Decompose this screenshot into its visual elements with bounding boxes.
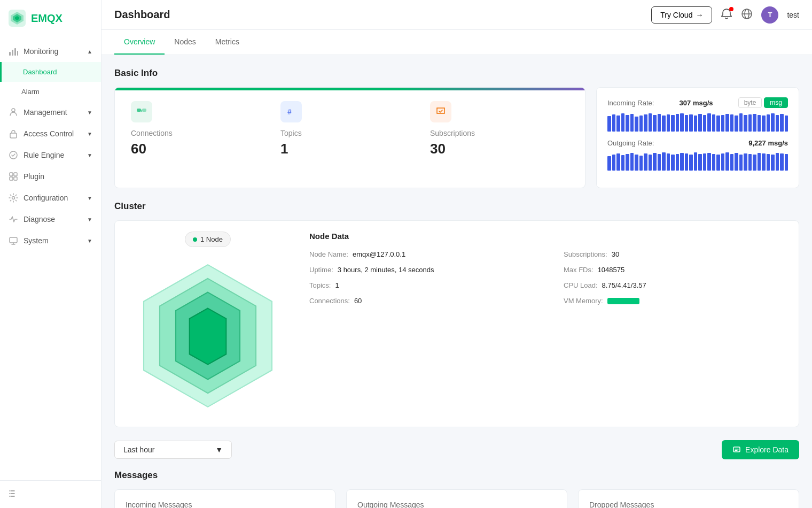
svg-rect-14 (14, 177, 17, 180)
management-chevron: ▼ (87, 110, 92, 116)
sidebar-item-diagnose[interactable]: Diagnose ▼ (0, 209, 101, 230)
svg-rect-4 (9, 52, 11, 56)
node-status-dot (193, 237, 197, 242)
bar (785, 154, 788, 171)
vm-memory-bar (607, 298, 639, 304)
sidebar-item-alarm[interactable]: Alarm (0, 82, 101, 102)
bar (680, 113, 684, 132)
bar (698, 154, 702, 171)
dropdown-arrow-icon: ▼ (215, 445, 223, 454)
bar (712, 114, 716, 132)
sidebar-item-access-control-label: Access Control (24, 129, 74, 138)
language-button[interactable] (741, 8, 753, 22)
uptime-item: Uptime: 3 hours, 2 minutes, 14 seconds (309, 266, 532, 274)
node-data-grid: Node Name: emqx@127.0.0.1 Subscriptions:… (309, 250, 786, 305)
bar (767, 154, 770, 171)
collapse-button[interactable] (0, 480, 101, 508)
bar (703, 115, 707, 132)
stats-card: Connections 60 # Topics 1 (114, 87, 585, 188)
bar (721, 153, 725, 171)
page-body: Basic Info (102, 55, 812, 508)
bar (639, 156, 643, 171)
time-filter-select[interactable]: Last hour ▼ (114, 441, 232, 459)
svg-rect-20 (142, 109, 146, 112)
bar (685, 115, 689, 132)
bar (758, 115, 761, 132)
topbar: Dashboard Try Cloud → (102, 0, 812, 30)
rate-card: Incoming Rate: 307 msg/s byte msg Outg (596, 87, 799, 188)
svg-rect-12 (14, 173, 17, 176)
bar (667, 114, 670, 132)
node-data-panel: Node Data Node Name: emqx@127.0.0.1 Subs… (309, 232, 786, 305)
sidebar-item-access-control[interactable]: Access Control ▼ (0, 123, 101, 144)
svg-rect-6 (14, 48, 16, 56)
sidebar-item-monitoring[interactable]: Monitoring ▲ (0, 41, 101, 62)
tabs-bar: Overview Nodes Metrics (102, 30, 812, 55)
bar (649, 155, 652, 171)
bar (776, 153, 779, 171)
vm-memory-item: VM Memory: (564, 297, 786, 305)
system-chevron: ▼ (87, 238, 92, 244)
toggle-msg-button[interactable]: msg (764, 97, 788, 108)
topics-value: 1 (280, 141, 288, 157)
connections-icon (136, 106, 147, 118)
sidebar-item-configuration[interactable]: Configuration ▼ (0, 187, 101, 209)
outgoing-messages-title: Outgoing Messages (357, 501, 556, 508)
tab-nodes[interactable]: Nodes (165, 30, 205, 55)
config-icon (9, 193, 18, 203)
sidebar-item-dashboard[interactable]: Dashboard (0, 62, 101, 82)
globe-icon (741, 8, 753, 20)
user-avatar[interactable]: T (761, 6, 778, 24)
tab-nodes-label: Nodes (174, 37, 196, 46)
bar (694, 152, 698, 171)
sidebar-item-dashboard-label: Dashboard (23, 68, 57, 76)
bar (612, 155, 616, 171)
sidebar-item-diagnose-label: Diagnose (24, 215, 55, 224)
bar (744, 115, 747, 132)
bar (630, 153, 634, 171)
bar (635, 117, 638, 132)
bar (703, 153, 707, 171)
explore-data-label: Explore Data (745, 445, 788, 454)
connections-value: 60 (131, 141, 146, 157)
tab-overview[interactable]: Overview (114, 30, 165, 55)
time-filter-label: Last hour (123, 445, 154, 454)
bar (639, 116, 643, 132)
sidebar-item-system[interactable]: System ▼ (0, 230, 101, 251)
sidebar-item-plugin[interactable]: Plugin (0, 166, 101, 187)
toggle-byte-button[interactable]: byte (738, 97, 762, 108)
sidebar: EMQX Monitoring ▲ Dashboard Alarm Ma (0, 0, 102, 508)
bar (680, 153, 684, 171)
try-cloud-label: Try Cloud (660, 11, 692, 19)
tab-metrics[interactable]: Metrics (206, 30, 249, 55)
outgoing-messages-card: Outgoing Messages (346, 489, 567, 508)
svg-rect-9 (10, 133, 17, 138)
bar (621, 155, 625, 171)
bar (671, 155, 675, 171)
sidebar-item-rule-engine[interactable]: Rule Engine ▼ (0, 144, 101, 166)
configuration-chevron: ▼ (87, 195, 92, 201)
bar (653, 153, 657, 171)
bar (676, 154, 680, 171)
access-control-chevron: ▼ (87, 131, 92, 137)
bar (748, 114, 752, 132)
messages-grid: Incoming Messages Outgoing Messages Drop… (114, 489, 799, 508)
bar (658, 114, 661, 132)
bar (607, 156, 611, 171)
sidebar-item-plugin-label: Plugin (24, 172, 44, 181)
bar (616, 116, 620, 132)
try-cloud-button[interactable]: Try Cloud → (651, 6, 712, 24)
bar (753, 114, 756, 132)
bar (771, 155, 775, 171)
outgoing-rate-row: Outgoing Rate: 9,227 msg/s (607, 139, 788, 171)
sidebar-item-management[interactable]: Management ▼ (0, 102, 101, 123)
topics-data-item: Topics: 1 (309, 281, 532, 289)
connections-icon-wrap (131, 101, 152, 122)
incoming-rate-label: Incoming Rate: (607, 99, 654, 107)
svg-rect-11 (10, 173, 13, 176)
notification-button[interactable] (721, 8, 732, 22)
bar (776, 115, 779, 132)
connections-data-item: Connections: 60 (309, 297, 532, 305)
bar (735, 153, 738, 171)
explore-data-button[interactable]: Explore Data (722, 440, 799, 459)
